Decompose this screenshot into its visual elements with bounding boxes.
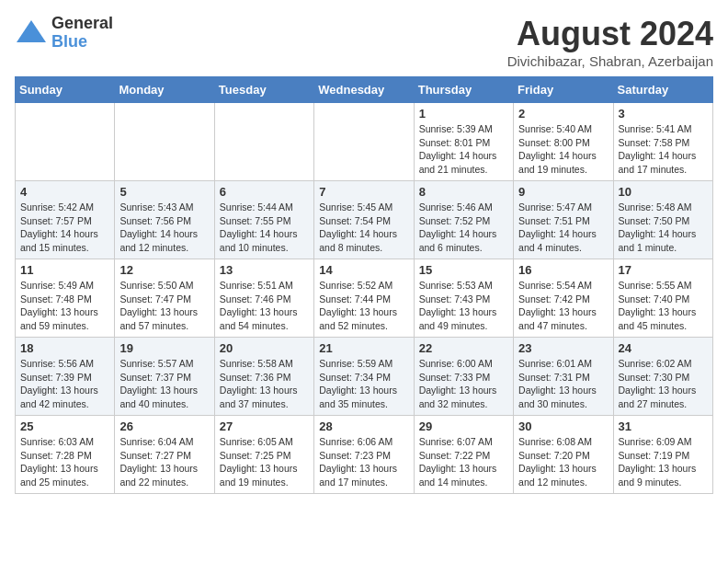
svg-marker-0 — [17, 20, 46, 42]
day-detail: Sunrise: 6:07 AM Sunset: 7:22 PM Dayligh… — [419, 435, 508, 489]
calendar-header-row: SundayMondayTuesdayWednesdayThursdayFrid… — [16, 77, 713, 103]
calendar-cell: 6Sunrise: 5:44 AM Sunset: 7:55 PM Daylig… — [214, 181, 313, 259]
day-number: 31 — [619, 419, 708, 433]
calendar-week-4: 18Sunrise: 5:56 AM Sunset: 7:39 PM Dayli… — [16, 338, 713, 416]
calendar-cell: 22Sunrise: 6:00 AM Sunset: 7:33 PM Dayli… — [414, 338, 513, 416]
day-number: 15 — [419, 263, 508, 277]
day-detail: Sunrise: 5:57 AM Sunset: 7:37 PM Dayligh… — [119, 357, 209, 411]
calendar-cell: 2Sunrise: 5:40 AM Sunset: 8:00 PM Daylig… — [514, 103, 613, 181]
calendar-cell: 16Sunrise: 5:54 AM Sunset: 7:42 PM Dayli… — [514, 259, 613, 338]
logo-general: General — [51, 15, 113, 33]
day-detail: Sunrise: 6:02 AM Sunset: 7:30 PM Dayligh… — [619, 357, 708, 411]
day-detail: Sunrise: 5:50 AM Sunset: 7:47 PM Dayligh… — [119, 279, 209, 333]
calendar-week-2: 4Sunrise: 5:42 AM Sunset: 7:57 PM Daylig… — [16, 181, 713, 259]
calendar-cell: 23Sunrise: 6:01 AM Sunset: 7:31 PM Dayli… — [514, 338, 613, 416]
calendar-cell: 8Sunrise: 5:46 AM Sunset: 7:52 PM Daylig… — [414, 181, 513, 259]
day-detail: Sunrise: 6:09 AM Sunset: 7:19 PM Dayligh… — [619, 435, 708, 489]
day-detail: Sunrise: 6:00 AM Sunset: 7:33 PM Dayligh… — [419, 357, 508, 411]
day-number: 4 — [20, 185, 109, 199]
day-number: 27 — [220, 419, 309, 433]
calendar-cell: 24Sunrise: 6:02 AM Sunset: 7:30 PM Dayli… — [613, 338, 712, 416]
calendar-cell: 26Sunrise: 6:04 AM Sunset: 7:27 PM Dayli… — [115, 416, 214, 494]
day-detail: Sunrise: 5:52 AM Sunset: 7:44 PM Dayligh… — [319, 279, 408, 333]
location: Divichibazar, Shabran, Azerbaijan — [507, 53, 713, 69]
calendar-cell: 4Sunrise: 5:42 AM Sunset: 7:57 PM Daylig… — [16, 181, 115, 259]
day-number: 7 — [319, 185, 408, 199]
calendar-cell: 10Sunrise: 5:48 AM Sunset: 7:50 PM Dayli… — [613, 181, 712, 259]
calendar-cell: 21Sunrise: 5:59 AM Sunset: 7:34 PM Dayli… — [314, 338, 414, 416]
month-title: August 2024 — [507, 15, 713, 53]
day-number: 14 — [319, 263, 408, 277]
day-detail: Sunrise: 5:55 AM Sunset: 7:40 PM Dayligh… — [619, 279, 708, 333]
header-thursday: Thursday — [414, 77, 513, 103]
day-number: 3 — [619, 107, 708, 121]
day-number: 17 — [619, 263, 708, 277]
calendar-cell — [16, 103, 115, 181]
day-number: 22 — [419, 341, 508, 355]
day-number: 23 — [518, 341, 608, 355]
day-detail: Sunrise: 5:48 AM Sunset: 7:50 PM Dayligh… — [619, 201, 708, 255]
day-number: 9 — [518, 185, 608, 199]
calendar-cell: 14Sunrise: 5:52 AM Sunset: 7:44 PM Dayli… — [314, 259, 414, 338]
day-detail: Sunrise: 6:05 AM Sunset: 7:25 PM Dayligh… — [220, 435, 309, 489]
calendar-cell: 11Sunrise: 5:49 AM Sunset: 7:48 PM Dayli… — [16, 259, 115, 338]
day-detail: Sunrise: 6:01 AM Sunset: 7:31 PM Dayligh… — [518, 357, 608, 411]
header-wednesday: Wednesday — [314, 77, 414, 103]
calendar-cell: 27Sunrise: 6:05 AM Sunset: 7:25 PM Dayli… — [214, 416, 313, 494]
day-number: 5 — [119, 185, 209, 199]
calendar-cell — [214, 103, 313, 181]
logo-icon — [15, 17, 48, 50]
calendar-week-1: 1Sunrise: 5:39 AM Sunset: 8:01 PM Daylig… — [16, 103, 713, 181]
title-section: August 2024 Divichibazar, Shabran, Azerb… — [507, 15, 713, 69]
calendar-cell: 13Sunrise: 5:51 AM Sunset: 7:46 PM Dayli… — [214, 259, 313, 338]
day-number: 12 — [119, 263, 209, 277]
logo-text: General Blue — [51, 15, 113, 52]
day-number: 18 — [20, 341, 109, 355]
day-number: 29 — [419, 419, 508, 433]
calendar-cell: 19Sunrise: 5:57 AM Sunset: 7:37 PM Dayli… — [115, 338, 214, 416]
day-detail: Sunrise: 5:56 AM Sunset: 7:39 PM Dayligh… — [20, 357, 109, 411]
day-number: 10 — [619, 185, 708, 199]
day-detail: Sunrise: 5:47 AM Sunset: 7:51 PM Dayligh… — [518, 201, 608, 255]
day-number: 30 — [518, 419, 608, 433]
day-detail: Sunrise: 6:03 AM Sunset: 7:28 PM Dayligh… — [20, 435, 109, 489]
day-number: 8 — [419, 185, 508, 199]
day-number: 11 — [20, 263, 109, 277]
day-detail: Sunrise: 6:08 AM Sunset: 7:20 PM Dayligh… — [518, 435, 608, 489]
day-number: 19 — [119, 341, 209, 355]
calendar-cell: 3Sunrise: 5:41 AM Sunset: 7:58 PM Daylig… — [613, 103, 712, 181]
calendar-cell — [314, 103, 414, 181]
day-detail: Sunrise: 5:44 AM Sunset: 7:55 PM Dayligh… — [220, 201, 309, 255]
calendar-cell: 25Sunrise: 6:03 AM Sunset: 7:28 PM Dayli… — [16, 416, 115, 494]
logo: General Blue — [15, 15, 113, 52]
day-detail: Sunrise: 5:53 AM Sunset: 7:43 PM Dayligh… — [419, 279, 508, 333]
logo-blue: Blue — [51, 33, 113, 52]
calendar-cell — [115, 103, 214, 181]
calendar-week-5: 25Sunrise: 6:03 AM Sunset: 7:28 PM Dayli… — [16, 416, 713, 494]
header-sunday: Sunday — [16, 77, 115, 103]
calendar-table: SundayMondayTuesdayWednesdayThursdayFrid… — [15, 76, 713, 494]
header-tuesday: Tuesday — [214, 77, 313, 103]
calendar-cell: 31Sunrise: 6:09 AM Sunset: 7:19 PM Dayli… — [613, 416, 712, 494]
page-header: General Blue August 2024 Divichibazar, S… — [15, 15, 713, 69]
day-number: 21 — [319, 341, 408, 355]
day-number: 28 — [319, 419, 408, 433]
day-detail: Sunrise: 6:06 AM Sunset: 7:23 PM Dayligh… — [319, 435, 408, 489]
day-detail: Sunrise: 6:04 AM Sunset: 7:27 PM Dayligh… — [119, 435, 209, 489]
calendar-cell: 20Sunrise: 5:58 AM Sunset: 7:36 PM Dayli… — [214, 338, 313, 416]
day-detail: Sunrise: 5:41 AM Sunset: 7:58 PM Dayligh… — [619, 122, 708, 177]
day-detail: Sunrise: 5:45 AM Sunset: 7:54 PM Dayligh… — [319, 201, 408, 255]
day-detail: Sunrise: 5:51 AM Sunset: 7:46 PM Dayligh… — [220, 279, 309, 333]
day-detail: Sunrise: 5:59 AM Sunset: 7:34 PM Dayligh… — [319, 357, 408, 411]
day-detail: Sunrise: 5:43 AM Sunset: 7:56 PM Dayligh… — [119, 201, 209, 255]
calendar-cell: 17Sunrise: 5:55 AM Sunset: 7:40 PM Dayli… — [613, 259, 712, 338]
calendar-cell: 9Sunrise: 5:47 AM Sunset: 7:51 PM Daylig… — [514, 181, 613, 259]
day-number: 24 — [619, 341, 708, 355]
calendar-cell: 15Sunrise: 5:53 AM Sunset: 7:43 PM Dayli… — [414, 259, 513, 338]
calendar-cell: 18Sunrise: 5:56 AM Sunset: 7:39 PM Dayli… — [16, 338, 115, 416]
day-number: 13 — [220, 263, 309, 277]
header-saturday: Saturday — [613, 77, 712, 103]
day-detail: Sunrise: 5:58 AM Sunset: 7:36 PM Dayligh… — [220, 357, 309, 411]
day-number: 20 — [220, 341, 309, 355]
day-detail: Sunrise: 5:39 AM Sunset: 8:01 PM Dayligh… — [419, 122, 508, 177]
